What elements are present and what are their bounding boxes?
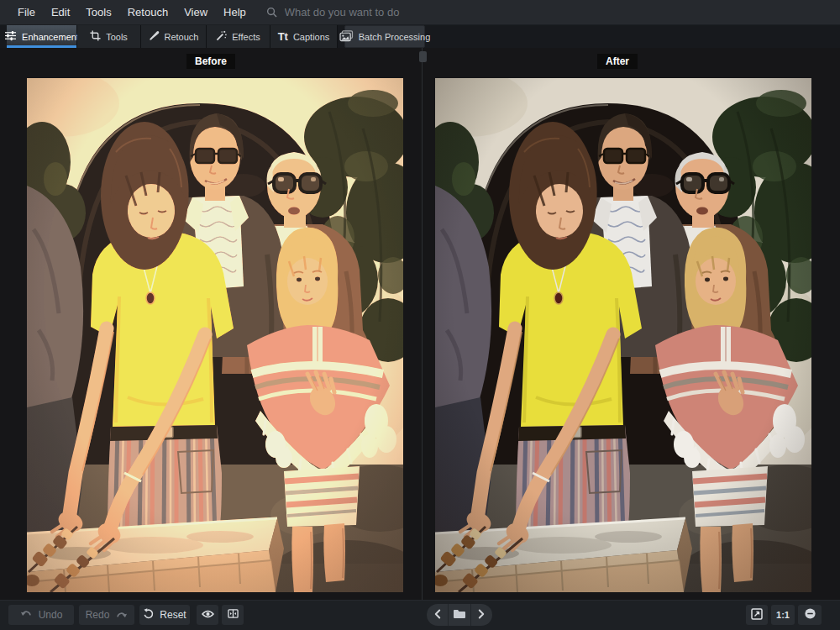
zoom-out-button[interactable] bbox=[798, 605, 822, 625]
brush-icon bbox=[149, 30, 160, 43]
family-photo-after bbox=[435, 78, 811, 592]
actual-size-button[interactable]: 1:1 bbox=[771, 605, 795, 625]
family-photo-before bbox=[27, 78, 403, 592]
split-view-icon bbox=[228, 608, 239, 622]
tab-retouch-label: Retouch bbox=[165, 32, 199, 42]
tab-effects[interactable]: Effects bbox=[207, 25, 270, 48]
tab-enhancement-label: Enhancement bbox=[22, 32, 79, 42]
tab-tools-label: Tools bbox=[106, 32, 128, 42]
menu-edit[interactable]: Edit bbox=[49, 4, 72, 20]
open-folder-button[interactable] bbox=[448, 604, 470, 626]
captions-icon: Tt bbox=[278, 30, 288, 43]
menu-help[interactable]: Help bbox=[221, 4, 249, 20]
split-divider bbox=[422, 48, 423, 601]
menu-view[interactable]: View bbox=[181, 4, 210, 20]
after-photo[interactable] bbox=[435, 78, 811, 592]
sliders-icon bbox=[4, 30, 17, 43]
tab-effects-label: Effects bbox=[232, 32, 260, 42]
reset-label: Reset bbox=[160, 609, 186, 621]
fit-to-screen-button[interactable] bbox=[746, 605, 768, 625]
tab-tools[interactable]: Tools bbox=[77, 25, 141, 48]
tab-batch-processing[interactable]: Batch Processing bbox=[344, 25, 425, 48]
redo-label: Redo bbox=[86, 609, 110, 621]
magic-wand-icon bbox=[216, 30, 227, 43]
reset-button[interactable]: Reset bbox=[139, 605, 190, 625]
reset-icon bbox=[143, 608, 154, 622]
search-box[interactable] bbox=[266, 5, 429, 19]
tab-batch-processing-label: Batch Processing bbox=[359, 32, 431, 42]
zoom-level: 1:1 bbox=[776, 610, 790, 620]
prev-arrow-icon bbox=[434, 607, 441, 622]
menu-tools[interactable]: Tools bbox=[83, 4, 113, 20]
fit-screen-icon bbox=[751, 608, 763, 622]
tab-retouch[interactable]: Retouch bbox=[141, 25, 207, 48]
before-label: Before bbox=[186, 54, 235, 69]
menu-bar: File Edit Tools Retouch View Help bbox=[0, 0, 840, 25]
before-photo[interactable] bbox=[27, 78, 403, 592]
compare-canvas: Before After bbox=[0, 48, 840, 601]
search-icon bbox=[266, 7, 277, 18]
undo-button[interactable]: Undo bbox=[8, 605, 74, 625]
zoom-out-icon bbox=[804, 607, 816, 622]
split-view-button[interactable] bbox=[222, 605, 244, 625]
photo-stack-icon bbox=[339, 30, 354, 44]
file-navigator bbox=[427, 604, 492, 626]
next-arrow-icon bbox=[478, 607, 485, 622]
folder-icon bbox=[453, 607, 466, 622]
tab-bar: Enhancement Tools Retouch Effects Tt Cap… bbox=[0, 25, 840, 48]
tab-enhancement[interactable]: Enhancement bbox=[7, 25, 77, 48]
tab-captions[interactable]: Tt Captions bbox=[270, 25, 338, 48]
menu-file[interactable]: File bbox=[15, 4, 38, 20]
undo-label: Undo bbox=[39, 609, 63, 621]
redo-button[interactable]: Redo bbox=[79, 605, 134, 625]
search-input[interactable] bbox=[283, 5, 429, 19]
tab-captions-label: Captions bbox=[293, 32, 329, 42]
show-original-button[interactable] bbox=[197, 605, 218, 625]
after-label: After bbox=[597, 54, 638, 69]
undo-arrow-icon bbox=[20, 609, 33, 621]
crop-icon bbox=[90, 30, 101, 43]
next-photo-button[interactable] bbox=[470, 604, 492, 626]
prev-photo-button[interactable] bbox=[427, 604, 448, 626]
bottom-toolbar: Undo Redo Reset bbox=[0, 600, 840, 630]
redo-arrow-icon bbox=[115, 611, 128, 620]
photo-editor-window: { "menubar": { "items": [ {"label": "Fil… bbox=[0, 0, 840, 630]
menu-retouch[interactable]: Retouch bbox=[125, 4, 171, 20]
split-handle[interactable] bbox=[419, 51, 427, 62]
eye-icon bbox=[202, 609, 214, 621]
